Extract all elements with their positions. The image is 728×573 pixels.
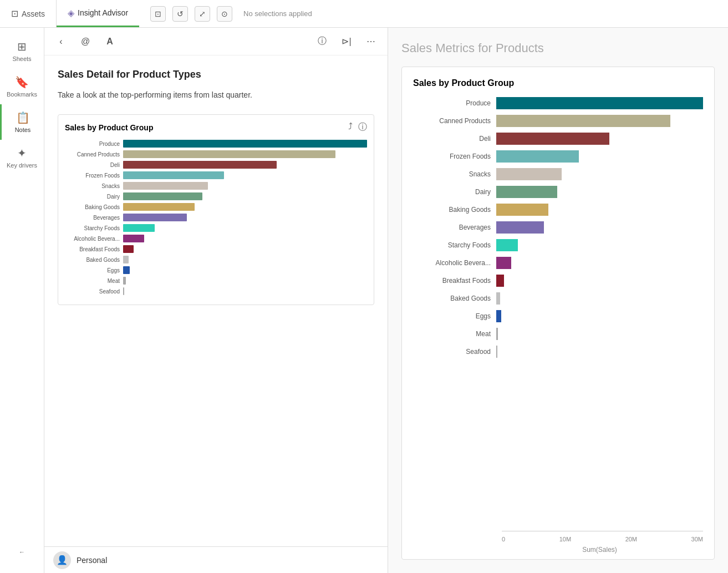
bar-row: Snacks xyxy=(65,182,367,190)
right-bar-fill xyxy=(496,133,609,145)
bar-fill xyxy=(123,203,195,211)
bar-row: Beverages xyxy=(65,214,367,221)
right-bar-row: Alcoholic Bevera... xyxy=(413,257,703,269)
sidebar-bottom: ← xyxy=(19,542,25,573)
right-bar-track xyxy=(496,133,703,145)
right-bar-row: Beverages xyxy=(413,221,703,234)
bar-track xyxy=(123,192,367,200)
chart-card: Sales by Product Group ⤴ ⓘ ProduceCanned… xyxy=(58,114,374,305)
font-btn[interactable]: A xyxy=(102,34,118,49)
right-bar-row: Seafood xyxy=(413,346,703,358)
sidebar-item-key-drivers[interactable]: ✦ Key drivers xyxy=(0,140,44,175)
insight-advisor-tab[interactable]: ◈ Insight Advisor xyxy=(57,0,139,27)
bar-track xyxy=(123,256,367,263)
export-icon[interactable]: ⤴ xyxy=(348,121,353,133)
content-title: Sales Detail for Product Types xyxy=(58,69,374,80)
bar-fill xyxy=(123,171,224,179)
bar-label: Beverages xyxy=(65,215,123,221)
sheets-icon: ⊞ xyxy=(17,40,27,53)
bar-row: Meat xyxy=(65,277,367,285)
bottom-bar: 👤 Personal xyxy=(44,546,388,573)
right-bar-row: Breakfast Foods xyxy=(413,275,703,287)
bar-track xyxy=(123,203,367,211)
right-bar-track xyxy=(496,97,703,109)
back-btn[interactable]: ‹ xyxy=(53,34,69,49)
bookmarks-icon: 🔖 xyxy=(15,75,29,89)
search-tool-btn[interactable]: ⊡ xyxy=(150,6,166,22)
right-bar-row: Meat xyxy=(413,328,703,340)
right-bar-label: Canned Products xyxy=(413,117,496,125)
bar-label: Snacks xyxy=(65,183,123,189)
right-bar-label: Dairy xyxy=(413,188,496,196)
right-bar-track xyxy=(496,328,703,340)
bar-label: Baked Goods xyxy=(65,257,123,263)
sidebar: ⊞ Sheets 🔖 Bookmarks 📋 Notes ✦ Key drive… xyxy=(0,28,44,573)
right-bar-row: Starchy Foods xyxy=(413,239,703,251)
right-bar-label: Deli xyxy=(413,135,496,143)
bookmarks-label: Bookmarks xyxy=(7,91,37,98)
bar-label: Deli xyxy=(65,162,123,168)
right-bar-label: Snacks xyxy=(413,170,496,178)
small-bar-chart: ProduceCanned ProductsDeliFrozen FoodsSn… xyxy=(65,140,367,295)
bar-track xyxy=(123,235,367,242)
bar-row: Baking Goods xyxy=(65,203,367,211)
bar-label: Baking Goods xyxy=(65,204,123,210)
bar-fill xyxy=(123,214,187,221)
bar-label: Eggs xyxy=(65,267,123,273)
bar-row: Produce xyxy=(65,140,367,148)
mention-btn[interactable]: @ xyxy=(78,34,93,49)
lock-tool-btn[interactable]: ⊙ xyxy=(217,6,232,22)
right-bar-row: Produce xyxy=(413,97,703,109)
bar-fill xyxy=(123,161,277,169)
bar-label: Produce xyxy=(65,141,123,147)
bar-track xyxy=(123,161,367,169)
sidebar-item-bookmarks[interactable]: 🔖 Bookmarks xyxy=(0,69,44,104)
sidebar-item-notes[interactable]: 📋 Notes xyxy=(0,104,44,140)
notes-icon: 📋 xyxy=(16,111,30,124)
sheets-label: Sheets xyxy=(12,55,31,62)
right-bar-chart: ProduceCanned ProductsDeliFrozen FoodsSn… xyxy=(413,97,703,529)
more-btn[interactable]: ⋯ xyxy=(363,34,379,49)
right-bar-row: Eggs xyxy=(413,310,703,322)
sidebar-item-sheets[interactable]: ⊞ Sheets xyxy=(0,33,44,69)
bar-track xyxy=(123,214,367,221)
bar-label: Dairy xyxy=(65,194,123,200)
x-axis-tick: 20M xyxy=(625,536,637,542)
right-bar-row: Dairy xyxy=(413,186,703,198)
chart-info-icon[interactable]: ⓘ xyxy=(358,121,367,133)
top-bar: ⊡ Assets ◈ Insight Advisor ⊡ ↺ ⤢ ⊙ No se… xyxy=(0,0,728,28)
x-axis: 010M20M30M xyxy=(413,536,703,542)
right-bar-fill xyxy=(496,150,579,163)
collapse-icon: ← xyxy=(19,549,25,555)
right-bar-fill xyxy=(496,239,518,251)
bar-label: Frozen Foods xyxy=(65,173,123,179)
insight-icon: ◈ xyxy=(68,8,74,18)
right-bar-track xyxy=(496,275,703,287)
no-selections-label: No selections applied xyxy=(243,9,312,18)
right-bar-fill xyxy=(496,168,562,180)
expand-tool-btn[interactable]: ⤢ xyxy=(195,6,210,22)
bar-row: Deli xyxy=(65,161,367,169)
middle-panel: ‹ @ A ⓘ ⊳| ⋯ Sales Detail for Product Ty… xyxy=(44,28,388,573)
info-btn[interactable]: ⓘ xyxy=(314,34,330,49)
right-bar-fill xyxy=(496,310,501,322)
bar-fill xyxy=(123,287,124,295)
bar-fill xyxy=(123,277,126,285)
refresh-tool-btn[interactable]: ↺ xyxy=(172,6,188,22)
bar-row: Breakfast Foods xyxy=(65,245,367,253)
skip-end-btn[interactable]: ⊳| xyxy=(339,34,354,49)
bar-fill xyxy=(123,150,335,158)
assets-icon: ⊡ xyxy=(11,8,18,19)
right-bar-track xyxy=(496,221,703,234)
right-bar-fill xyxy=(496,292,500,305)
right-bar-track xyxy=(496,186,703,198)
bar-track xyxy=(123,171,367,179)
right-chart-title: Sales by Product Group xyxy=(413,78,703,88)
right-bar-label: Starchy Foods xyxy=(413,241,496,249)
bar-label: Alcoholic Bevera... xyxy=(65,236,123,242)
sidebar-collapse-btn[interactable]: ← xyxy=(19,542,25,562)
x-axis-tick: 30M xyxy=(691,536,703,542)
right-bar-row: Baked Goods xyxy=(413,292,703,305)
assets-tab[interactable]: ⊡ Assets xyxy=(0,0,57,27)
right-panel: Sales Metrics for Products Sales by Prod… xyxy=(388,28,728,573)
